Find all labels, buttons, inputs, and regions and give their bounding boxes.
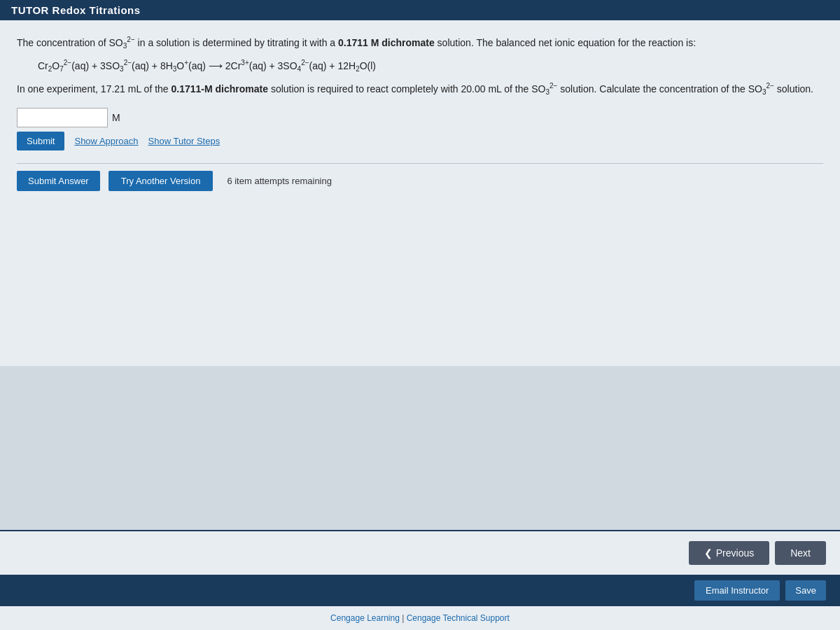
answer-row: M xyxy=(17,108,823,127)
top-bar-title: TUTOR Redox Titrations xyxy=(11,4,141,16)
try-another-version-button[interactable]: Try Another Version xyxy=(108,171,214,191)
show-tutor-steps-link[interactable]: Show Tutor Steps xyxy=(148,136,220,146)
save-button[interactable]: Save xyxy=(785,580,826,601)
divider-1 xyxy=(17,163,823,164)
spacer xyxy=(0,366,840,530)
submit-button[interactable]: Submit xyxy=(17,132,64,150)
top-bar: TUTOR Redox Titrations xyxy=(0,0,840,20)
previous-button[interactable]: ❮ Previous xyxy=(689,541,769,565)
equation-display: Cr2O72−(aq) + 3SO32−(aq) + 8H3O+(aq) ⟶ 2… xyxy=(38,59,823,73)
experiment-text: In one experiment, 17.21 mL of the 0.171… xyxy=(17,80,823,98)
attempts-remaining: 6 item attempts remaining xyxy=(227,176,332,186)
previous-label: Previous xyxy=(716,547,754,559)
footer-nav: ❮ Previous Next xyxy=(0,530,840,575)
cengage-learning-link[interactable]: Cengage Learning xyxy=(330,613,400,623)
answer-input[interactable] xyxy=(17,108,108,127)
unit-label: M xyxy=(112,112,120,123)
action-row: Submit Show Approach Show Tutor Steps xyxy=(17,132,823,150)
cengage-support-link[interactable]: Cengage Technical Support xyxy=(407,613,510,623)
problem-intro: The concentration of SO32− in a solution… xyxy=(17,34,823,52)
main-content: The concentration of SO32− in a solution… xyxy=(0,20,840,366)
email-instructor-button[interactable]: Email Instructor xyxy=(694,580,780,601)
chevron-left-icon: ❮ xyxy=(704,547,713,559)
next-button[interactable]: Next xyxy=(775,541,826,565)
submit-answer-button[interactable]: Submit Answer xyxy=(17,171,100,191)
page-footer: Cengage Learning | Cengage Technical Sup… xyxy=(0,606,840,630)
bottom-action-row: Submit Answer Try Another Version 6 item… xyxy=(17,171,823,191)
show-approach-link[interactable]: Show Approach xyxy=(74,136,138,146)
bottom-bar: Email Instructor Save xyxy=(0,575,840,606)
